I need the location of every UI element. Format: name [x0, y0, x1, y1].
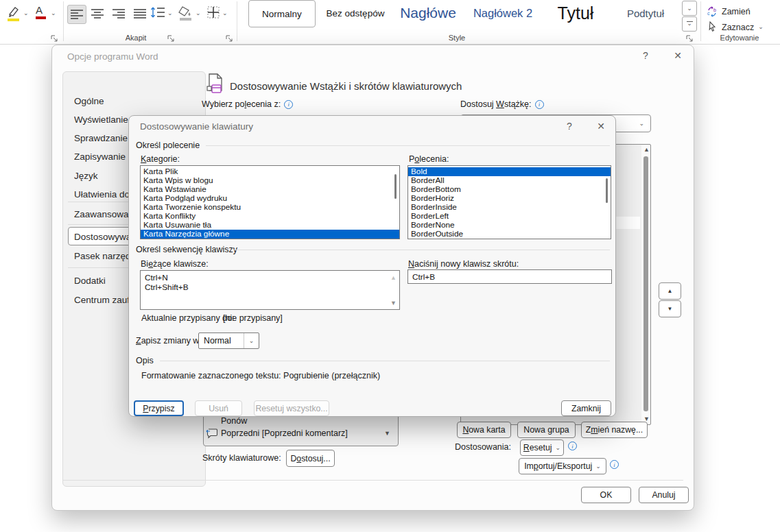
save-changes-combobox[interactable]: Normal ⌄: [198, 332, 259, 349]
reset-button[interactable]: Resetuj ⌄: [520, 439, 564, 456]
paragraph-dialog-launcher-icon[interactable]: [167, 35, 175, 43]
cancel-button[interactable]: Anuluj: [639, 487, 689, 503]
font-color-dropdown-chevron-icon[interactable]: ⌄: [51, 10, 56, 16]
align-right-button[interactable]: [110, 5, 128, 23]
group-rule: [206, 145, 610, 146]
reset-all-button[interactable]: Resetuj wszystko...: [254, 400, 329, 416]
ok-button[interactable]: OK: [581, 487, 631, 503]
comment-icon: [206, 428, 217, 439]
style-subtitle[interactable]: Podtytuł: [616, 0, 675, 26]
category-item-selected[interactable]: Karta Narzędzia główne: [141, 230, 399, 239]
styles-gallery-more-button[interactable]: ⌄: [682, 16, 697, 32]
move-down-button[interactable]: ▼: [659, 300, 681, 317]
info-icon[interactable]: i: [568, 442, 577, 450]
borders-icon[interactable]: [207, 6, 220, 19]
scroll-down-icon[interactable]: ▼: [384, 431, 390, 437]
scroll-up-icon[interactable]: ▲: [390, 275, 397, 281]
remove-button[interactable]: Usuń: [195, 400, 242, 416]
group-divider: [237, 1, 237, 41]
scrollbar-thumb[interactable]: [394, 174, 397, 199]
sidebar-item-general[interactable]: Ogólne: [74, 96, 198, 111]
editing-group-label: Edytowanie: [712, 34, 767, 42]
text-highlight-color-icon[interactable]: [5, 5, 22, 21]
style-no-spacing[interactable]: Bez odstępów: [320, 0, 391, 26]
borders-chevron-icon[interactable]: ⌄: [222, 10, 228, 16]
new-shortcut-input[interactable]: Ctrl+B: [407, 269, 612, 284]
info-icon[interactable]: i: [284, 100, 293, 109]
align-left-button[interactable]: [67, 5, 86, 24]
import-export-button[interactable]: Importuj/Eksportuj ⌄: [519, 458, 606, 474]
align-center-button[interactable]: [88, 5, 106, 23]
new-shortcut-label: Naciśnij nowy klawisz skrótu:: [408, 259, 519, 269]
options-dialog-title: Opcje programu Word: [67, 51, 158, 62]
combo-chevron-icon[interactable]: ⌄: [244, 333, 259, 348]
line-spacing-chevron-icon[interactable]: ⌄: [167, 10, 173, 16]
move-up-button[interactable]: ▲: [659, 282, 681, 300]
paragraph-group-label: Akapit: [108, 34, 163, 42]
keyboard-help-button[interactable]: ?: [562, 119, 577, 134]
commands-listbox[interactable]: Bold BorderAll BorderBottom BorderHoriz …: [407, 165, 611, 239]
new-group-button[interactable]: Nowa grupa: [517, 422, 576, 438]
current-key-item[interactable]: Ctrl+N: [142, 273, 399, 282]
customize-shortcuts-button[interactable]: Dostosuj...: [286, 450, 335, 467]
replace-icon: b c: [707, 6, 718, 17]
rename-button[interactable]: Zmień nazwę...: [581, 422, 648, 438]
current-keys-listbox[interactable]: Ctrl+N Ctrl+Shift+B ▲ ▼: [140, 270, 400, 310]
ribbon: ⌄ A ⌄ ⌄: [0, 0, 780, 45]
categories-listbox[interactable]: Karta Plik Karta Wpis w blogu Karta Wsta…: [140, 165, 400, 239]
replace-button[interactable]: b c Zamień: [707, 6, 751, 17]
shading-icon[interactable]: [178, 5, 193, 21]
paragraph-dialog-launcher2-icon[interactable]: [226, 35, 233, 43]
description-group-label: Opis: [136, 356, 154, 365]
font-dialog-launcher-icon[interactable]: [51, 35, 58, 43]
assign-button[interactable]: Przypisz: [134, 400, 184, 416]
group-divider: [63, 1, 64, 41]
justify-button[interactable]: [131, 5, 149, 23]
list-item[interactable]: Poprzedni [Poprzedni komentarz]: [221, 428, 348, 438]
close-button[interactable]: Zamknij: [561, 400, 611, 416]
command-item[interactable]: BorderOutside: [408, 230, 611, 239]
list-item[interactable]: Ponów: [221, 416, 247, 426]
footer-separator: [62, 480, 683, 481]
options-help-button[interactable]: ?: [638, 48, 653, 63]
styles-dialog-launcher-icon[interactable]: [686, 35, 694, 43]
info-icon[interactable]: i: [535, 100, 544, 109]
font-color-icon[interactable]: A: [36, 5, 46, 19]
description-text: Formatowanie zaznaczonego tekstu: Pogrub…: [141, 371, 380, 380]
specify-keys-group-label: Określ sekwencję klawiszy: [136, 245, 237, 254]
customize-ribbon-label: Dostosuj Wstążkę: i: [460, 99, 544, 109]
options-close-button[interactable]: ✕: [670, 48, 685, 63]
scrollbar-thumb[interactable]: [643, 156, 648, 411]
scrollbar-thumb[interactable]: [606, 178, 608, 203]
keyboard-close-button[interactable]: ✕: [593, 119, 608, 134]
current-keys-label: Bieżące klawisze:: [141, 259, 209, 269]
shading-chevron-icon[interactable]: ⌄: [196, 10, 201, 16]
line-spacing-icon[interactable]: [150, 6, 165, 19]
save-changes-label: Zapisz zmiany w:: [136, 336, 202, 346]
customize-keyboard-dialog: Dostosowywanie klawiatury ? ✕ Określ pol…: [128, 115, 616, 417]
style-heading2[interactable]: Nagłówek 2: [465, 0, 541, 26]
style-normal[interactable]: Normalny: [248, 0, 316, 27]
svg-text:c: c: [707, 11, 710, 16]
styles-group-label: Style: [429, 34, 484, 42]
new-tab-button[interactable]: Nowa karta: [457, 422, 511, 438]
style-title[interactable]: Tytuł: [546, 0, 605, 26]
select-cursor-icon: [707, 21, 718, 33]
info-icon[interactable]: i: [610, 460, 619, 469]
page-title: Dostosowywanie Wstążki i skrótów klawiat…: [230, 80, 462, 92]
styles-gallery-up-button[interactable]: ⌄: [682, 1, 697, 16]
style-heading1[interactable]: Nagłówe: [392, 0, 464, 26]
customizations-label: Dostosowania:: [455, 442, 511, 452]
categories-label: Kategorie:: [141, 154, 180, 164]
screen: ⌄ A ⌄ ⌄: [0, 0, 780, 532]
ribbon-tree-scrollbar[interactable]: ▲ ▼: [641, 145, 650, 424]
scroll-down-icon[interactable]: ▼: [390, 300, 397, 306]
currently-assigned-value: [nie przypisany]: [223, 313, 283, 323]
currently-assigned-label: Aktualnie przypisany do:: [141, 313, 235, 323]
commands-label: Polecenia:: [409, 154, 449, 164]
current-key-item[interactable]: Ctrl+Shift+B: [142, 282, 399, 292]
choose-commands-label: Wybierz polecenia z: i: [202, 99, 293, 109]
scroll-up-icon[interactable]: ▲: [643, 147, 650, 153]
highlight-dropdown-chevron-icon[interactable]: ⌄: [23, 10, 29, 16]
select-button[interactable]: Zaznacz ⌄: [707, 21, 764, 33]
